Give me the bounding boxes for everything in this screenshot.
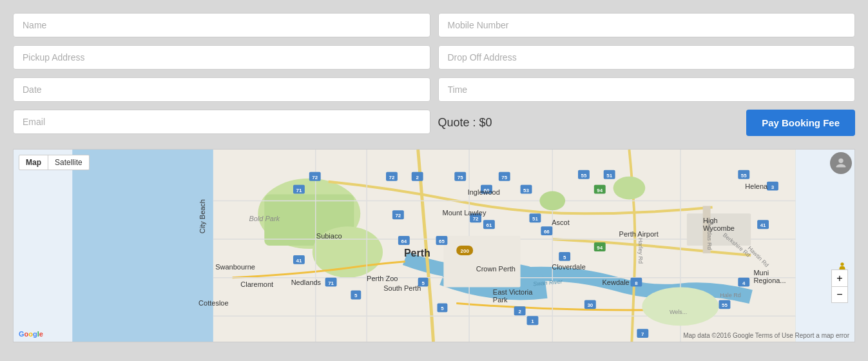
map-footer: Map data ©2016 Google Terms of Use Repor… xyxy=(683,332,849,339)
svg-text:41: 41 xyxy=(760,222,766,228)
mobile-input[interactable] xyxy=(438,13,856,37)
svg-text:60: 60 xyxy=(484,188,490,193)
svg-text:94: 94 xyxy=(597,245,603,251)
svg-text:5: 5 xyxy=(354,293,358,298)
svg-rect-9 xyxy=(443,236,520,287)
svg-text:71: 71 xyxy=(296,188,302,193)
svg-text:3: 3 xyxy=(771,184,775,190)
quote-label: Quote : $0 xyxy=(438,116,492,130)
svg-text:7: 7 xyxy=(641,331,644,337)
svg-text:51: 51 xyxy=(532,216,538,222)
svg-text:94: 94 xyxy=(597,188,603,193)
svg-text:51: 51 xyxy=(606,173,612,179)
svg-rect-10 xyxy=(687,213,751,246)
svg-text:8: 8 xyxy=(635,280,638,286)
svg-text:66: 66 xyxy=(544,229,550,235)
svg-text:72: 72 xyxy=(312,175,318,180)
map-container: Map Satellite xyxy=(13,149,855,342)
map-tab[interactable]: Map xyxy=(19,155,48,170)
svg-text:55: 55 xyxy=(581,173,587,179)
svg-text:61: 61 xyxy=(487,222,492,228)
svg-text:72: 72 xyxy=(473,216,479,222)
svg-text:2: 2 xyxy=(518,309,521,315)
svg-point-8 xyxy=(613,177,646,200)
pickup-address-input[interactable] xyxy=(13,45,430,70)
svg-text:30: 30 xyxy=(587,302,593,308)
google-logo: Google xyxy=(19,330,43,338)
map-type-controls[interactable]: Map Satellite xyxy=(19,155,90,170)
user-avatar xyxy=(830,152,852,174)
dropoff-address-input[interactable] xyxy=(438,45,856,70)
zoom-out-button[interactable]: − xyxy=(831,286,848,303)
svg-text:72: 72 xyxy=(395,213,401,219)
svg-text:71: 71 xyxy=(328,280,334,286)
svg-point-86 xyxy=(840,262,844,266)
svg-point-7 xyxy=(539,191,565,211)
map-body[interactable]: 75 75 2 72 72 71 41 94 94 200 60 53 xyxy=(14,150,854,342)
svg-text:64: 64 xyxy=(401,239,407,244)
svg-point-85 xyxy=(838,159,843,163)
svg-text:41: 41 xyxy=(296,258,302,264)
svg-text:55: 55 xyxy=(741,173,747,179)
svg-text:200: 200 xyxy=(461,248,470,254)
svg-text:53: 53 xyxy=(523,188,529,193)
date-input[interactable] xyxy=(13,77,430,102)
svg-text:2: 2 xyxy=(416,175,419,180)
name-input[interactable] xyxy=(13,13,430,37)
svg-rect-11 xyxy=(703,206,711,253)
email-input[interactable] xyxy=(13,110,430,134)
svg-text:65: 65 xyxy=(439,239,445,244)
svg-text:75: 75 xyxy=(458,175,463,180)
svg-text:72: 72 xyxy=(389,175,395,180)
satellite-tab[interactable]: Satellite xyxy=(48,155,89,170)
time-input[interactable] xyxy=(438,77,856,102)
svg-text:5: 5 xyxy=(421,280,425,286)
svg-text:5: 5 xyxy=(563,255,566,260)
svg-point-6 xyxy=(642,288,719,326)
zoom-controls[interactable]: + − xyxy=(831,269,848,303)
pay-booking-fee-button[interactable]: Pay Booking Fee xyxy=(746,110,855,136)
svg-text:5: 5 xyxy=(441,306,444,311)
svg-text:1: 1 xyxy=(531,318,534,324)
svg-text:75: 75 xyxy=(501,175,507,180)
svg-text:55: 55 xyxy=(722,302,728,308)
svg-text:4: 4 xyxy=(742,280,746,286)
zoom-in-button[interactable]: + xyxy=(831,269,848,286)
